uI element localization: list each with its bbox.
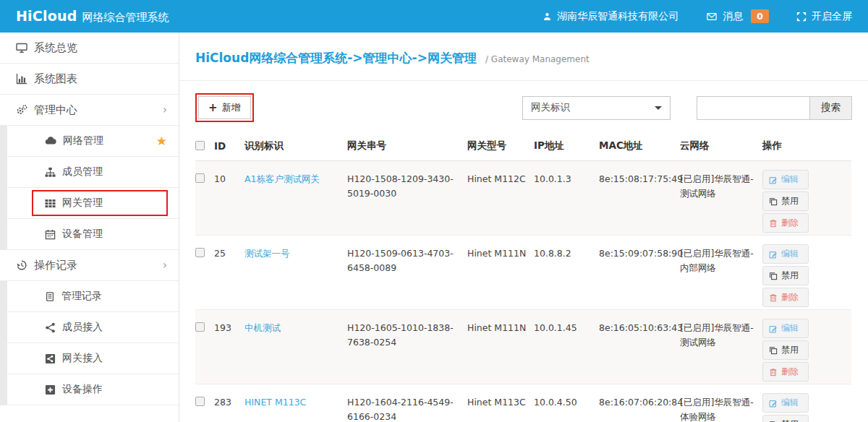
sidebar-item-gateway-management[interactable]: 网关管理 [0, 188, 179, 219]
cell-ip: 10.0.1.3 [534, 161, 599, 236]
sidebar-item-label: 系统图表 [34, 72, 77, 86]
messages-badge: 0 [751, 9, 769, 23]
sidebar-item-label: 网络管理 [63, 134, 103, 147]
col-header-ops: 操作 [762, 132, 851, 161]
sidebar-item-label: 成员管理 [62, 165, 103, 178]
page-subtitle: / Gateway Management [485, 54, 590, 64]
cell-model: Hinet M111N [467, 236, 534, 310]
gears-icon [16, 104, 27, 116]
table-row: 25 测试架一号 H120-1509-0613-4703-6458-0089 H… [195, 236, 851, 310]
add-button[interactable]: + 新增 [198, 96, 251, 119]
col-header-serial: 网关串号 [347, 132, 467, 161]
table-row: 283 HINET M113C H120-1604-2116-4549-6166… [195, 384, 851, 422]
app-logo-text: 网络综合管理系统 [82, 11, 169, 25]
sidebar-item-device-management[interactable]: 设备管理 [0, 219, 179, 250]
user-icon [542, 12, 552, 22]
disable-button[interactable]: 禁用 [762, 415, 809, 422]
cell-serial: H120-1508-1209-3430-5019-0030 [347, 161, 467, 236]
row-checkbox[interactable] [195, 248, 205, 257]
cell-model: Hinet M113C [467, 384, 534, 422]
cell-cloud: [已启用]华辰智通-测试网络 [680, 310, 762, 384]
sidebar-item-label: 网关管理 [62, 197, 103, 210]
cell-mac: 8e:15:09:07:58:90 [599, 236, 680, 310]
delete-button[interactable]: 删除 [762, 213, 809, 233]
cell-cloud: [已启用]华辰智通-测试网络 [680, 161, 762, 236]
sidebar-item-gateway-access[interactable]: 网关接入 [0, 343, 179, 374]
share-icon [45, 322, 56, 333]
sidebar-item-device-operations[interactable]: 设备操作 [0, 374, 179, 405]
gateway-name-link[interactable]: 中机测试 [244, 322, 281, 333]
sidebar-item-label: 管理中心 [34, 103, 77, 117]
delete-button[interactable]: 删除 [762, 288, 809, 307]
table-header-row: ID 识别标识 网关串号 网关型号 IP地址 MAC地址 云网络 操作 [195, 132, 851, 161]
fullscreen-label: 开启全屏 [812, 10, 852, 23]
cell-serial: H120-1509-0613-4703-6458-0089 [347, 236, 467, 310]
sidebar-item-system-overview[interactable]: 系统总览 [0, 33, 179, 64]
grid-icon [45, 198, 56, 209]
plus-square-icon [45, 384, 56, 395]
row-checkbox[interactable] [195, 322, 205, 332]
search-button[interactable]: 搜索 [809, 96, 852, 120]
sidebar-item-operation-records[interactable]: 操作记录 › [0, 250, 179, 281]
row-checkbox[interactable] [195, 173, 205, 183]
file-text-icon [45, 291, 55, 302]
cell-mac: 8e:16:07:06:20:84 [599, 384, 680, 422]
trash-icon [769, 368, 778, 376]
envelope-icon [706, 12, 718, 22]
cell-id: 283 [214, 384, 244, 422]
sidebar-item-network-management[interactable]: 网络管理 ★ [0, 126, 179, 157]
plus-icon: + [208, 103, 218, 112]
top-bar: HiCloud 网络综合管理系统 湖南华辰智通科技有限公司 消息 0 开启全屏 [0, 0, 868, 33]
cell-ip: 10.0.1.45 [534, 310, 599, 384]
trash-icon [769, 219, 778, 228]
sidebar-item-management-records[interactable]: 管理记录 [0, 281, 179, 312]
edit-button[interactable]: 编辑 [762, 393, 809, 413]
gateway-name-link[interactable]: HINET M113C [244, 397, 306, 408]
cell-ip: 10.8.8.2 [534, 236, 599, 310]
caret-down-icon [655, 106, 662, 113]
gateway-name-link[interactable]: 测试架一号 [244, 248, 290, 259]
page-title: HiCloud网络综合管理系统->管理中心->网关管理 [195, 51, 477, 65]
sidebar-item-member-access[interactable]: 成员接入 [0, 312, 179, 343]
edit-button[interactable]: 编辑 [762, 170, 809, 189]
sidebar-item-system-charts[interactable]: 系统图表 [0, 64, 179, 95]
search-input[interactable] [697, 96, 809, 120]
disable-button[interactable]: 禁用 [762, 266, 809, 285]
delete-button[interactable]: 删除 [762, 362, 809, 382]
cell-mac: 8e:16:05:10:63:43 [599, 310, 680, 384]
sidebar-item-label: 成员接入 [62, 321, 103, 334]
fullscreen-toggle[interactable]: 开启全屏 [796, 10, 852, 23]
edit-button[interactable]: 编辑 [762, 244, 809, 264]
disable-button[interactable]: 禁用 [762, 340, 809, 360]
app-logo: HiCloud 网络综合管理系统 [16, 8, 169, 25]
cell-serial: H120-1604-2116-4549-6166-0234 [347, 384, 467, 422]
edit-button[interactable]: 编辑 [762, 319, 809, 338]
chevron-right-icon: › [163, 260, 167, 271]
sidebar-item-management-center[interactable]: 管理中心 › [0, 95, 179, 126]
fullscreen-icon [796, 12, 807, 22]
messages-menu[interactable]: 消息 0 [706, 9, 769, 23]
row-checkbox[interactable] [195, 397, 205, 406]
sidebar-item-member-management[interactable]: 成员管理 [0, 157, 179, 188]
select-all-checkbox[interactable] [195, 141, 205, 150]
history-icon [16, 259, 27, 271]
cell-serial: H120-1605-1010-1838-7638-0254 [347, 310, 467, 384]
search-group: 搜索 [697, 96, 852, 120]
main-content: HiCloud网络综合管理系统->管理中心->网关管理 / Gateway Ma… [179, 33, 868, 422]
edit-icon [769, 399, 778, 408]
clone-icon [769, 346, 778, 355]
favorite-star-icon[interactable]: ★ [156, 135, 167, 147]
col-header-id: ID [214, 132, 244, 161]
sidebar: 系统总览 系统图表 管理中心 › 网络管理 ★ 成员管理 网关管理 设备管 [0, 33, 179, 422]
gateway-table: ID 识别标识 网关串号 网关型号 IP地址 MAC地址 云网络 操作 10 A… [195, 132, 851, 422]
cell-id: 25 [214, 236, 244, 310]
col-header-name: 识别标识 [244, 132, 347, 161]
disable-button[interactable]: 禁用 [762, 191, 809, 211]
edit-icon [769, 250, 778, 259]
gateway-name-link[interactable]: A1栋客户测试网关 [244, 173, 320, 184]
cell-mac: 8e:15:08:17:75:49 [599, 161, 680, 236]
company-menu[interactable]: 湖南华辰智通科技有限公司 [542, 10, 678, 23]
annotation-box-add-button: + 新增 [195, 93, 254, 122]
filter-select[interactable]: 网关标识 [522, 96, 671, 120]
messages-label: 消息 [723, 10, 743, 23]
